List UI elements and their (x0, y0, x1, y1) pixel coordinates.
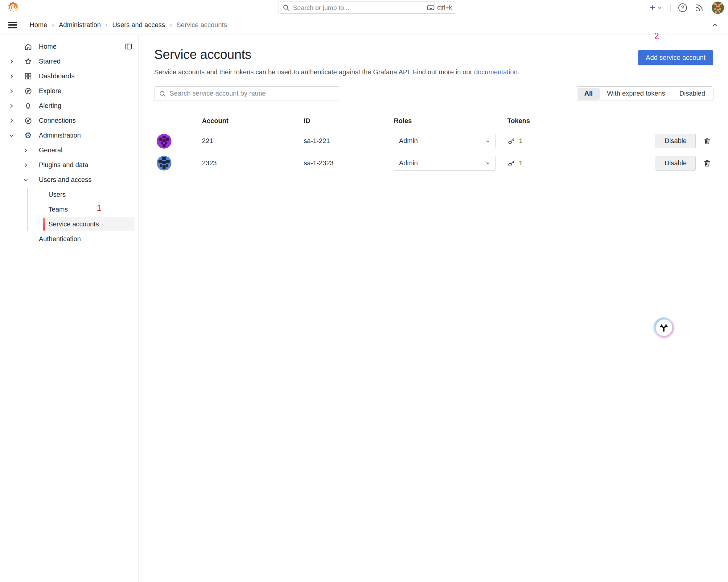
annotation-step-1: 1 (97, 204, 101, 213)
sidebar-item-home[interactable]: Home (0, 39, 138, 54)
connections-icon (23, 113, 33, 128)
chevron-down-icon (485, 139, 490, 144)
sidebar-item-teams[interactable]: Teams (0, 202, 138, 217)
sidebar-item-users[interactable]: Users (0, 187, 138, 202)
documentation-link[interactable]: documentation. (474, 69, 519, 76)
global-search[interactable]: ctrl+k (278, 2, 456, 14)
sidebar-item-administration[interactable]: Administration (0, 128, 138, 143)
chevron-right-icon[interactable] (7, 113, 16, 128)
role-select[interactable]: Admin (394, 134, 495, 148)
table-row: 221 sa-1-221 Admin 1 Disable (154, 130, 723, 152)
breadcrumb-service-accounts: Service accounts (176, 21, 227, 29)
id-column-header: ID (304, 117, 394, 125)
chevron-down-icon[interactable] (22, 172, 30, 187)
dashboards-icon (23, 69, 33, 83)
tri-y-badge-inner (656, 320, 672, 336)
chevron-down-icon[interactable] (7, 128, 16, 143)
dock-icon[interactable] (125, 43, 133, 51)
service-account-search[interactable] (154, 86, 339, 101)
help-icon[interactable] (678, 3, 687, 12)
tri-y-badge[interactable] (654, 318, 674, 338)
roles-column-header: Roles (394, 117, 507, 125)
chevron-right-icon[interactable] (22, 143, 30, 158)
service-account-search-input[interactable] (170, 90, 335, 98)
breadcrumb: Home › Administration › Users and access… (30, 21, 227, 29)
sidebar-item-label: Users (48, 187, 66, 202)
star-icon (23, 54, 33, 69)
role-select-value: Admin (399, 137, 418, 145)
sidebar-item-label: Connections (39, 113, 76, 128)
account-id: sa-1-221 (304, 137, 394, 145)
menu-icon[interactable] (8, 22, 17, 28)
search-icon (282, 4, 290, 11)
sidebar-item-alerting[interactable]: Alerting (0, 98, 138, 113)
role-select[interactable]: Admin (394, 156, 495, 171)
plus-icon: + (649, 3, 655, 12)
chevron-down-icon (485, 161, 490, 166)
grafana-logo[interactable] (6, 1, 20, 15)
account-id: sa-1-2323 (304, 159, 394, 167)
sidebar-item-starred[interactable]: Starred (0, 54, 138, 69)
page-description: Service accounts and their tokens can be… (154, 69, 519, 76)
breadcrumb-administration[interactable]: Administration (59, 21, 101, 29)
role-select-value: Admin (399, 159, 418, 167)
shortcut-hint: ctrl+k (427, 4, 452, 12)
chevron-down-icon (657, 5, 662, 10)
sidebar-item-label: General (39, 143, 62, 158)
sidebar-item-label: Dashboards (39, 69, 75, 83)
sidebar-item-label: Home (39, 39, 56, 54)
service-account-avatar[interactable] (157, 156, 172, 171)
global-search-input[interactable] (293, 4, 424, 11)
add-service-account-button[interactable]: Add service account (638, 50, 713, 66)
user-avatar[interactable] (712, 2, 724, 14)
filter-with-expired-tokens[interactable]: With expired tokens (600, 88, 672, 100)
chevron-right-icon[interactable] (7, 83, 16, 98)
trash-icon[interactable] (703, 137, 711, 145)
filter-radio-group: All With expired tokens Disabled (576, 86, 714, 101)
top-bar: ctrl+k + (0, 0, 728, 15)
sidebar-item-label: Alerting (39, 98, 61, 113)
sidebar-item-connections[interactable]: Connections (0, 113, 138, 128)
sidebar-item-label: Starred (39, 54, 61, 69)
sidebar-item-label: Users and access (39, 172, 92, 187)
bell-icon (23, 98, 33, 113)
breadcrumb-users-and-access[interactable]: Users and access (112, 21, 165, 29)
sidebar-item-explore[interactable]: Explore (0, 83, 138, 98)
account-name[interactable]: 221 (202, 137, 304, 145)
rss-icon[interactable] (695, 3, 704, 12)
filter-disabled[interactable]: Disabled (673, 88, 712, 100)
disable-button[interactable]: Disable (655, 134, 696, 148)
annotation-step-2: 2 (654, 31, 659, 41)
home-icon (23, 39, 33, 54)
sidebar-item-users-and-access[interactable]: Users and access (0, 172, 138, 187)
account-column-header: Account (202, 117, 304, 125)
compass-icon (23, 83, 33, 98)
service-account-avatar[interactable] (157, 134, 172, 149)
sidebar-item-label: Administration (39, 128, 81, 143)
tokens-column-header: Tokens (507, 117, 530, 125)
top-bar-actions: + (649, 0, 724, 15)
gear-icon (23, 128, 33, 143)
chevron-right-icon[interactable] (22, 158, 30, 172)
sidebar-item-authentication[interactable]: Authentication (0, 232, 138, 247)
account-name[interactable]: 2323 (202, 159, 304, 167)
chevron-right-icon[interactable] (7, 69, 16, 83)
sidebar-item-general[interactable]: General (0, 143, 138, 158)
chevron-right-icon[interactable] (7, 54, 16, 69)
chevron-up-icon[interactable] (711, 21, 719, 29)
sidebar-nav: Home Starred Dashboards Explore (0, 35, 139, 582)
key-icon (507, 159, 516, 168)
filter-all[interactable]: All (577, 88, 599, 100)
sidebar-item-label: Plugins and data (39, 158, 88, 172)
new-menu-button[interactable]: + (649, 3, 662, 12)
token-count: 1 (519, 159, 523, 167)
grafana-app: ctrl+k + (0, 0, 728, 582)
sidebar-item-label: Service accounts (48, 217, 99, 232)
chevron-right-icon[interactable] (7, 98, 16, 113)
sidebar-item-service-accounts[interactable]: Service accounts (0, 217, 138, 232)
sidebar-item-plugins-and-data[interactable]: Plugins and data (0, 158, 138, 172)
trash-icon[interactable] (703, 159, 711, 168)
disable-button[interactable]: Disable (655, 156, 696, 171)
sidebar-item-dashboards[interactable]: Dashboards (0, 69, 138, 83)
breadcrumb-home[interactable]: Home (30, 21, 47, 29)
